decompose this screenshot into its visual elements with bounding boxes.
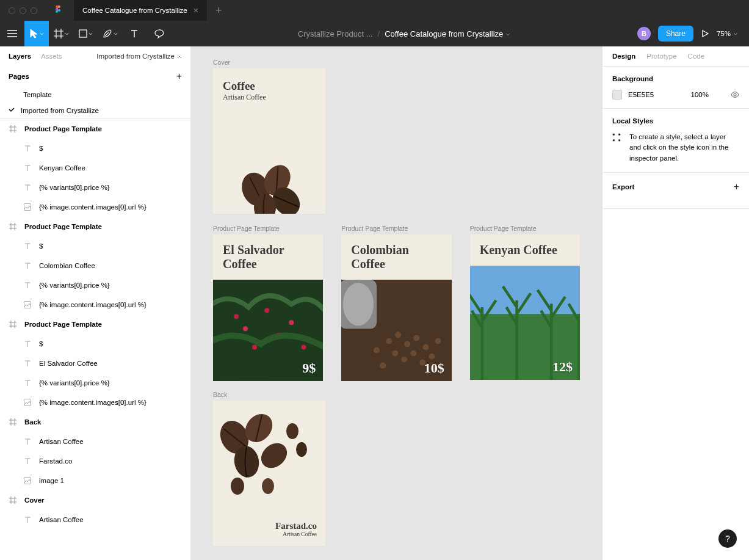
page-item-template[interactable]: Template [0,87,190,103]
svg-point-0 [58,9,60,12]
svg-point-45 [734,93,736,96]
layer-text[interactable]: $ [0,334,190,354]
layer-image[interactable]: image 1 [0,471,190,490]
tab-design[interactable]: Design [612,53,635,60]
svg-point-25 [423,344,429,350]
text-icon [23,261,32,270]
tab-prototype[interactable]: Prototype [646,53,676,60]
close-window-icon[interactable] [9,7,15,14]
pen-tool[interactable] [98,21,122,46]
add-export-button[interactable]: + [734,181,739,192]
left-panel: Layers Assets Imported from Crystallize … [0,46,191,560]
text-icon [23,340,32,348]
tab-title: Coffee Catalogue from Crystallize [82,7,187,14]
zoom-level[interactable]: 75% [717,30,738,37]
layer-text[interactable]: Artisan Coffee [0,510,190,529]
share-button[interactable]: Share [658,26,693,42]
frame-label[interactable]: Product Page Template [470,225,580,232]
page-item-imported[interactable]: Imported from Crystallize [0,103,190,118]
cover-frame[interactable]: Coffee Artisan Coffee [213,68,325,214]
layer-text[interactable]: $ [0,236,190,256]
present-button[interactable] [701,21,709,46]
layer-frame[interactable]: Product Page Template [0,119,190,139]
svg-point-42 [296,442,307,457]
breadcrumb-parent[interactable]: Crystallize Product ... [298,29,373,38]
layer-text[interactable]: {% variants[0].price %} [0,373,190,393]
layers-list: Product Page Template $ Kenyan Coffee {%… [0,118,190,560]
layer-image[interactable]: {% image.content.images[0].url %} [0,197,190,217]
svg-rect-35 [470,266,580,314]
svg-point-15 [252,344,257,349]
svg-point-23 [405,341,411,347]
text-tool[interactable] [122,21,147,46]
product-title: El Salvador Coffee [223,243,313,271]
product-price: 9$ [302,360,316,376]
layer-image[interactable]: {% image.content.images[0].url %} [0,393,190,412]
add-page-button[interactable]: + [176,71,182,82]
close-tab-icon[interactable]: × [194,5,198,15]
maximize-window-icon[interactable] [31,7,37,14]
comment-tool[interactable] [147,21,171,46]
background-opacity[interactable]: 100% [691,91,709,98]
help-button[interactable]: ? [718,529,737,548]
chevron-down-icon [505,29,510,38]
background-hex[interactable]: E5E5E5 [628,91,665,98]
layer-text[interactable]: Farstad.co [0,451,190,471]
svg-point-28 [411,350,417,356]
layer-frame[interactable]: Back [0,412,190,432]
svg-point-26 [392,350,398,356]
export-section[interactable]: Export+ [602,173,749,209]
svg-point-32 [435,338,441,344]
shape-tool[interactable] [73,21,98,46]
svg-point-49 [618,139,621,142]
canvas[interactable]: Cover Coffee Artisan Coffee Product Page… [191,46,602,560]
figma-icon[interactable] [53,5,63,15]
coffee-beans-icon [213,407,317,504]
frame-label-back[interactable]: Back [213,391,580,398]
product-frame[interactable]: Product Page Template Kenyan Coffee 12$ [470,225,580,380]
breadcrumb-current[interactable]: Coffee Catalogue from Crystallize [385,29,510,38]
layer-frame[interactable]: Product Page Template [0,217,190,236]
menu-button[interactable] [0,21,24,46]
back-frame[interactable]: Farstad.co Artisan Coffee [213,401,325,546]
layer-frame[interactable]: Cover [0,490,190,510]
frame-label[interactable]: Product Page Template [213,225,323,232]
layer-text[interactable]: {% variants[0].price %} [0,275,190,295]
tab-code[interactable]: Code [688,53,705,60]
avatar[interactable]: B [637,27,651,40]
tab-assets[interactable]: Assets [41,53,62,60]
layer-text[interactable]: Kenyan Coffee [0,158,190,178]
file-tab[interactable]: Coffee Catalogue from Crystallize × [74,0,207,21]
frame-icon [9,222,17,231]
layer-image[interactable]: {% image.content.images[0].url %} [0,295,190,315]
move-tool[interactable] [24,21,49,46]
frame-icon [9,418,17,426]
visibility-icon[interactable] [731,90,739,99]
cover-title: Coffee [223,79,316,93]
svg-point-17 [301,344,306,349]
svg-point-30 [429,354,435,360]
svg-point-43 [231,478,244,495]
product-frame[interactable]: Product Page Template Colombian Coffee 1… [341,225,451,380]
layer-text[interactable]: Artisan Coffee [0,432,190,451]
page-selector[interactable]: Imported from Crystallize [96,53,182,60]
text-icon [23,281,32,289]
frame-label-cover[interactable]: Cover [213,59,580,66]
product-frame[interactable]: Product Page Template El Salvador Coffee… [213,225,323,380]
layer-text[interactable]: {% variants[0].price %} [0,178,190,197]
svg-point-31 [380,363,386,369]
frame-label[interactable]: Product Page Template [341,225,451,232]
svg-rect-1 [79,30,87,37]
add-tab-button[interactable]: + [207,4,231,17]
layer-text[interactable]: El Salvador Coffee [0,354,190,373]
text-icon [23,379,32,387]
minimize-window-icon[interactable] [20,7,26,14]
layer-text[interactable]: Colombian Coffee [0,256,190,275]
tab-layers[interactable]: Layers [9,53,31,60]
background-row[interactable]: E5E5E5 100% [612,90,739,100]
frame-tool[interactable] [49,21,73,46]
layer-text[interactable]: $ [0,139,190,158]
color-swatch[interactable] [612,90,622,100]
svg-point-47 [618,134,621,136]
layer-frame[interactable]: Product Page Template [0,315,190,334]
